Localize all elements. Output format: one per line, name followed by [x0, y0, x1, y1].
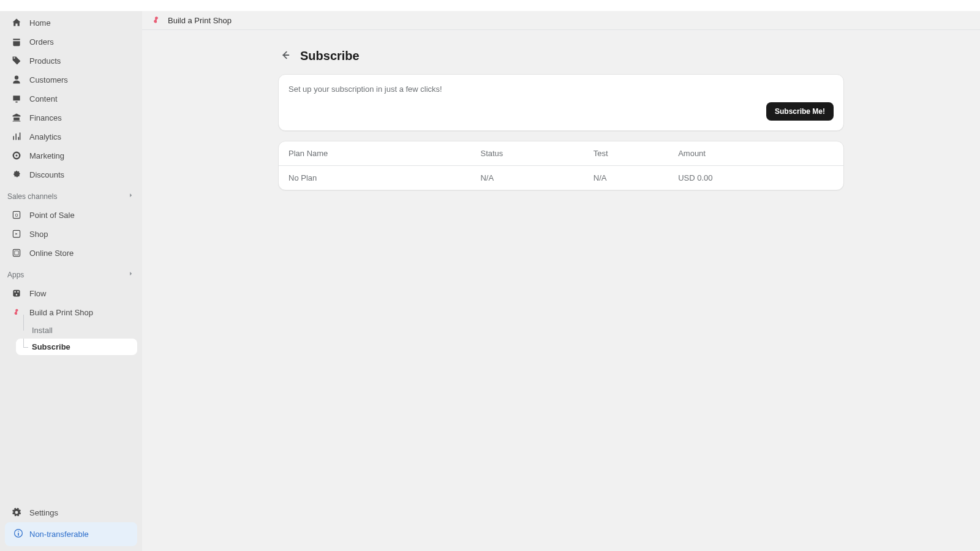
cell-status: N/A [470, 166, 583, 190]
svg-point-7 [17, 291, 18, 292]
subscribe-description: Set up your subscription in just a few c… [288, 84, 834, 94]
sidebar-item-shop[interactable]: Shop [5, 225, 137, 243]
sidebar-item-label: Discounts [29, 170, 64, 179]
svg-text:0: 0 [15, 212, 18, 218]
subnav-label: Subscribe [32, 342, 70, 351]
analytics-icon [11, 131, 22, 142]
sidebar-item-label: Content [29, 94, 58, 103]
settings-icon [11, 507, 22, 518]
sidebar-item-label: Flow [29, 289, 46, 298]
app-header: Build a Print Shop [142, 11, 980, 30]
cell-plan-name: No Plan [279, 166, 470, 190]
sidebar-item-analytics[interactable]: Analytics [5, 127, 137, 146]
sidebar-item-discounts[interactable]: Discounts [5, 165, 137, 184]
sales-channels-section: 0 Point of Sale Shop Online Store [0, 203, 142, 265]
header-amount: Amount [668, 141, 843, 166]
svg-point-10 [18, 531, 19, 532]
svg-rect-4 [15, 251, 18, 255]
sidebar-item-label: Build a Print Shop [29, 308, 93, 317]
pos-icon: 0 [11, 209, 22, 220]
table-header-row: Plan Name Status Test Amount [279, 141, 843, 166]
sidebar-item-flow[interactable]: Flow [5, 284, 137, 302]
svg-rect-3 [13, 249, 20, 256]
back-button[interactable] [278, 48, 293, 63]
orders-icon [11, 36, 22, 47]
finances-icon [11, 112, 22, 123]
info-icon [13, 528, 23, 540]
sidebar-item-build-print-shop[interactable]: Build a Print Shop [5, 303, 137, 321]
cell-test: N/A [584, 166, 668, 190]
chevron-right-icon [127, 270, 135, 279]
plan-table: Plan Name Status Test Amount No Plan N/A… [279, 141, 843, 190]
sidebar-item-orders[interactable]: Orders [5, 32, 137, 51]
online-store-icon [11, 247, 22, 258]
sidebar-item-point-of-sale[interactable]: 0 Point of Sale [5, 206, 137, 224]
chevron-right-icon [127, 192, 135, 201]
shop-icon [11, 228, 22, 239]
sidebar-bottom: Settings Non-transferable [0, 498, 142, 551]
section-label: Apps [7, 271, 24, 279]
sidebar-item-label: Finances [29, 113, 62, 122]
app-subnav: Install Subscribe [16, 322, 137, 355]
sidebar-item-label: Settings [29, 508, 58, 517]
main-nav-section: Home Orders Products Customers Content [0, 11, 142, 187]
sidebar-item-finances[interactable]: Finances [5, 108, 137, 127]
header-status: Status [470, 141, 583, 166]
apps-section: Flow Build a Print Shop Install Subscrib… [0, 282, 142, 358]
sidebar-item-label: Shop [29, 230, 48, 239]
app-logo-icon [151, 15, 162, 26]
svg-point-6 [14, 291, 15, 292]
sidebar-item-products[interactable]: Products [5, 51, 137, 70]
subscribe-button[interactable]: Subscribe Me! [766, 102, 834, 121]
customers-icon [11, 74, 22, 85]
sidebar-item-settings[interactable]: Settings [5, 503, 137, 522]
arrow-left-icon [280, 50, 291, 62]
sidebar-item-label: Products [29, 56, 61, 66]
subnav-item-subscribe[interactable]: Subscribe [16, 339, 137, 355]
sidebar-item-label: Point of Sale [29, 211, 75, 220]
cell-amount: USD 0.00 [668, 166, 843, 190]
content-area: Subscribe Set up your subscription in ju… [142, 30, 980, 551]
non-transferable-badge[interactable]: Non-transferable [5, 522, 137, 546]
sidebar: Home Orders Products Customers Content [0, 0, 142, 551]
table-row: No Plan N/A N/A USD 0.00 [279, 166, 843, 190]
main-content: Build a Print Shop Subscribe Set up your… [142, 0, 980, 551]
sidebar-item-content[interactable]: Content [5, 89, 137, 108]
app-name: Build a Print Shop [168, 16, 232, 25]
sidebar-item-label: Orders [29, 37, 54, 47]
sidebar-item-label: Marketing [29, 151, 64, 160]
sidebar-item-customers[interactable]: Customers [5, 70, 137, 89]
sales-channels-header[interactable]: Sales channels [0, 187, 142, 203]
subnav-label: Install [32, 326, 53, 335]
subscribe-card: Set up your subscription in just a few c… [278, 74, 844, 131]
content-inner: Subscribe Set up your subscription in ju… [278, 48, 844, 533]
page-title-row: Subscribe [278, 48, 844, 63]
svg-rect-5 [13, 290, 20, 296]
discounts-icon [11, 169, 22, 180]
sidebar-item-label: Home [29, 18, 51, 28]
products-icon [11, 55, 22, 66]
subnav-item-install[interactable]: Install [16, 322, 137, 339]
sidebar-item-home[interactable]: Home [5, 13, 137, 32]
svg-rect-11 [18, 533, 19, 536]
svg-point-8 [16, 294, 17, 295]
sidebar-item-online-store[interactable]: Online Store [5, 244, 137, 262]
plan-table-card: Plan Name Status Test Amount No Plan N/A… [278, 141, 844, 190]
top-bar [0, 0, 980, 11]
non-transferable-label: Non-transferable [29, 530, 89, 539]
flow-icon [11, 288, 22, 299]
content-icon [11, 93, 22, 104]
marketing-icon [11, 150, 22, 161]
print-shop-icon [11, 307, 22, 318]
home-icon [11, 17, 22, 28]
apps-header[interactable]: Apps [0, 265, 142, 282]
header-plan-name: Plan Name [279, 141, 470, 166]
section-label: Sales channels [7, 192, 57, 201]
page-title: Subscribe [300, 49, 360, 63]
header-test: Test [584, 141, 668, 166]
sidebar-item-label: Customers [29, 75, 68, 84]
sidebar-item-label: Analytics [29, 132, 61, 141]
sidebar-item-marketing[interactable]: Marketing [5, 146, 137, 165]
sidebar-item-label: Online Store [29, 249, 74, 258]
